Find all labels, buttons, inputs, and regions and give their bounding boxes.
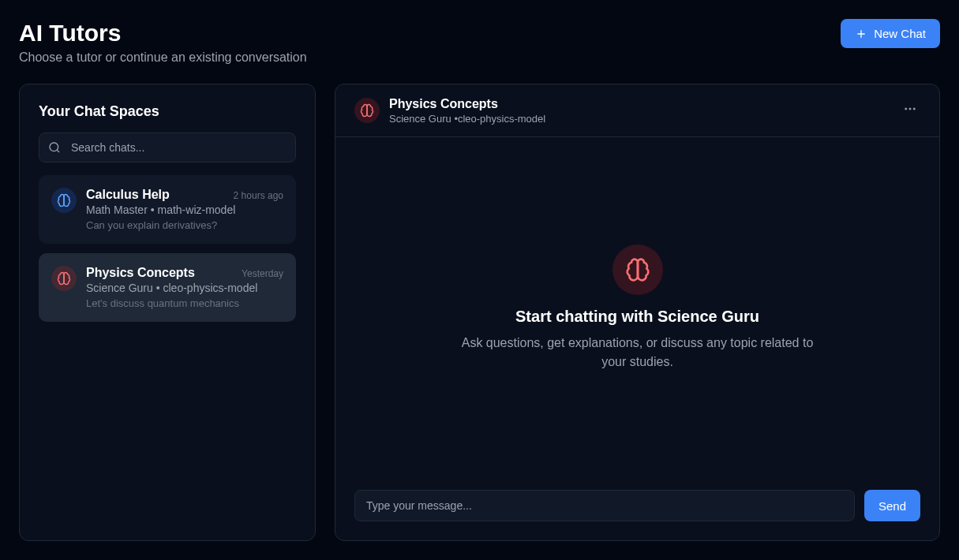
chat-item-preview: Let's discuss quantum mechanics [86, 297, 283, 309]
empty-state: Start chatting with Science Guru Ask que… [456, 245, 819, 371]
empty-state-avatar [612, 245, 663, 295]
more-horizontal-icon [903, 102, 917, 116]
empty-state-heading: Start chatting with Science Guru [515, 308, 759, 326]
svg-point-1 [909, 108, 911, 110]
svg-point-3 [905, 108, 907, 110]
chat-body: Start chatting with Science Guru Ask que… [335, 137, 939, 479]
send-button[interactable]: Send [864, 490, 920, 521]
plus-icon [855, 28, 867, 40]
chat-header-title: Physics Concepts [389, 96, 545, 113]
chat-item-preview: Can you explain derivatives? [86, 219, 283, 231]
chat-panel: Physics Concepts Science Guru •cleo-phys… [335, 84, 940, 541]
chat-list-item[interactable]: Physics ConceptsYesterdayScience Guru • … [39, 253, 296, 322]
chat-header-avatar [354, 98, 380, 123]
svg-point-0 [50, 143, 58, 151]
message-input[interactable] [354, 490, 855, 521]
chat-list: Calculus Help2 hours agoMath Master • ma… [39, 175, 296, 322]
chat-header-subtitle: Science Guru •cleo-physics-model [389, 113, 545, 125]
chat-item-title: Physics Concepts [86, 266, 195, 280]
composer: Send [335, 479, 939, 540]
chat-item-title: Calculus Help [86, 188, 170, 202]
brain-icon [57, 271, 71, 286]
new-chat-label: New Chat [874, 27, 926, 40]
sidebar: Your Chat Spaces Calculus Help2 hours ag… [19, 84, 316, 541]
page-header: AI Tutors Choose a tutor or continue an … [19, 19, 940, 65]
sidebar-title: Your Chat Spaces [39, 103, 296, 120]
search-input[interactable] [39, 133, 296, 162]
chat-item-time: 2 hours ago [234, 190, 283, 201]
empty-state-desc: Ask questions, get explanations, or disc… [456, 334, 819, 371]
page-subtitle: Choose a tutor or continue an existing c… [19, 50, 307, 65]
brain-icon [360, 103, 374, 118]
chat-item-meta: Science Guru • cleo-physics-model [86, 282, 283, 294]
chat-item-time: Yesterday [242, 268, 283, 279]
chat-list-item[interactable]: Calculus Help2 hours agoMath Master • ma… [39, 175, 296, 244]
page-title: AI Tutors [19, 19, 307, 47]
search-icon [48, 141, 61, 154]
svg-point-2 [913, 108, 915, 110]
chat-item-meta: Math Master • math-wiz-model [86, 203, 283, 216]
chat-item-avatar [51, 188, 77, 213]
more-button[interactable] [900, 99, 920, 121]
brain-icon [625, 257, 650, 282]
brain-icon [57, 193, 71, 207]
chat-item-avatar [51, 266, 77, 291]
new-chat-button[interactable]: New Chat [841, 19, 940, 48]
chat-header: Physics Concepts Science Guru •cleo-phys… [335, 84, 939, 137]
